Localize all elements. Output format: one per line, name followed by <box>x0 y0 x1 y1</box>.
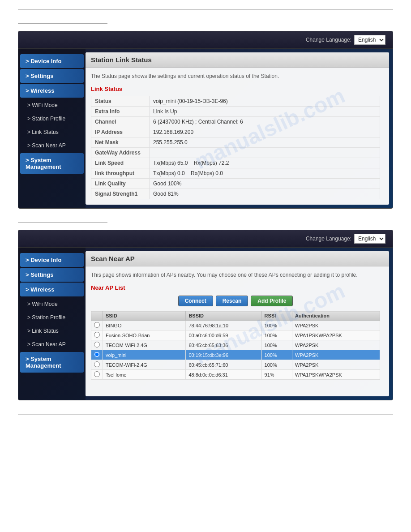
panel-2-content: Scan Near AP This page shows information… <box>86 251 389 396</box>
ap-radio[interactable] <box>94 332 100 338</box>
sidebar-item-wireless[interactable]: > Wireless <box>20 84 84 98</box>
panel-1-content: Station Link Status The Status page show… <box>86 52 389 205</box>
ap-auth: WPA2PSK <box>292 350 380 360</box>
ap-ssid: voip_mini <box>103 350 186 360</box>
row-value: 6 (2437000 KHz) ; Central Channel: 6 <box>150 117 380 127</box>
sub-rule-1 <box>18 23 107 24</box>
panel-2-sidebar: > Device Info > Settings > Wireless > Wi… <box>18 248 86 400</box>
sidebar-item-device-info-2[interactable]: > Device Info <box>20 253 84 267</box>
panel-1: Change Language: English > Device Info >… <box>18 31 393 209</box>
sidebar-item-wifi-mode-2[interactable]: > WiFi Mode <box>18 297 86 311</box>
sidebar-item-wireless-2[interactable]: > Wireless <box>20 283 84 296</box>
ap-bssid: 60:45:cb:65:63:36 <box>186 340 261 350</box>
add-profile-button[interactable]: Add Profile <box>251 296 293 306</box>
sidebar-item-scan-near-ap-2[interactable]: > Scan Near AP <box>18 338 86 351</box>
col-radio <box>91 311 103 321</box>
ap-row: TECOM-WiFi-2.4G 60:45:cb:65:63:36 100% W… <box>91 340 380 350</box>
ap-rssi: 100% <box>261 350 292 360</box>
ap-rssi: 100% <box>261 321 292 330</box>
row-value: 255.255.255.0 <box>150 137 380 148</box>
sidebar-item-scan-near-ap[interactable]: > Scan Near AP <box>18 139 86 152</box>
sidebar-item-system-management-2[interactable]: > System Management <box>20 352 84 373</box>
sidebar-station-profile-label: > Station Profile <box>27 116 65 122</box>
panel-1-content-inner: Station Link Status The Status page show… <box>86 52 389 205</box>
row-label: GateWay Address <box>91 148 150 158</box>
ap-radio[interactable] <box>94 322 100 328</box>
table-row: Channel 6 (2437000 KHz) ; Central Channe… <box>91 117 380 127</box>
sidebar-wifi-mode-label: > WiFi Mode <box>27 102 58 108</box>
ap-row-radio <box>91 340 103 350</box>
ap-radio[interactable] <box>94 352 100 357</box>
ap-rssi: 100% <box>261 360 292 370</box>
sidebar-wifi-mode-2-label: > WiFi Mode <box>27 301 58 307</box>
change-language-label-1: Change Language: <box>306 37 351 43</box>
sidebar-scan-near-ap-2-label: > Scan Near AP <box>27 341 66 348</box>
ap-row: BINGO 78:44:76:98:1a:10 100% WPA2PSK <box>91 321 380 330</box>
ap-radio[interactable] <box>94 371 100 377</box>
panel-1-header: Change Language: English <box>18 31 393 49</box>
sidebar-device-info-2-label: > Device Info <box>26 257 62 263</box>
panel-2-header: Change Language: English <box>18 230 393 248</box>
row-label: Channel <box>91 117 150 127</box>
sidebar-item-settings-2[interactable]: > Settings <box>20 268 84 282</box>
sidebar-item-link-status-2[interactable]: > Link Status <box>18 324 86 338</box>
table-row: Link Speed Tx(Mbps) 65.0 Rx(Mbps) 72.2 <box>91 158 380 168</box>
row-label: Link Speed <box>91 158 150 168</box>
table-row: GateWay Address <box>91 148 380 158</box>
ap-bssid: 60:45:cb:65:71:60 <box>186 360 261 370</box>
sidebar-item-wifi-mode[interactable]: > WiFi Mode <box>18 99 86 112</box>
ap-radio[interactable] <box>94 361 100 367</box>
ap-bssid: 78:44:76:98:1a:10 <box>186 321 261 330</box>
connect-button[interactable]: Connect <box>178 296 213 306</box>
sidebar-item-device-info[interactable]: > Device Info <box>20 54 84 68</box>
sidebar-station-profile-2-label: > Station Profile <box>27 314 65 321</box>
sidebar-settings-label: > Settings <box>26 73 54 79</box>
sidebar-item-station-profile[interactable]: > Station Profile <box>18 112 86 125</box>
table-row: Link Quality Good 100% <box>91 179 380 189</box>
table-row: link throughput Tx(Mbps) 0.0 Rx(Mbps) 0.… <box>91 168 380 179</box>
section-title-2: Scan Near AP <box>86 251 389 266</box>
section-desc-1: The Status page shows the settings and c… <box>91 72 380 80</box>
row-value: 192.168.169.200 <box>150 127 380 137</box>
ap-ssid: TECOM-WiFi-2.4G <box>103 360 186 370</box>
link-status-table: Status voip_mini (00-19-15-DB-3E-96) Ext… <box>91 96 380 199</box>
row-label: Signal Strength1 <box>91 189 150 199</box>
ap-button-row: Connect Rescan Add Profile <box>91 296 380 306</box>
ap-rssi: 100% <box>261 330 292 340</box>
sidebar-link-status-2-label: > Link Status <box>27 328 59 334</box>
change-language-label-2: Change Language: <box>306 236 351 242</box>
rescan-button[interactable]: Rescan <box>216 296 248 306</box>
language-select-2[interactable]: English <box>354 234 385 244</box>
link-status-heading: Link Status <box>91 86 380 92</box>
bottom-rule <box>18 414 393 415</box>
row-label: link throughput <box>91 168 150 179</box>
ap-auth: WPA2PSK <box>292 321 380 330</box>
table-row: Status voip_mini (00-19-15-DB-3E-96) <box>91 96 380 107</box>
row-value: Good 81% <box>150 189 380 199</box>
language-select-1[interactable]: English <box>354 35 385 45</box>
ap-row: TseHome 48:8d:0c:0c:d6:31 91% WPA1PSKWPA… <box>91 370 380 380</box>
sidebar-item-system-management[interactable]: > System Management <box>20 153 84 174</box>
sidebar-item-station-profile-2[interactable]: > Station Profile <box>18 311 86 324</box>
panel-1-body: > Device Info > Settings > Wireless > Wi… <box>18 49 393 208</box>
row-label: Net Mask <box>91 137 150 148</box>
sidebar-wireless-label: > Wireless <box>26 87 55 94</box>
section-desc-2: This page shows information of APs nearb… <box>91 271 380 279</box>
row-value: Link Is Up <box>150 107 380 117</box>
panel-2: Change Language: English > Device Info >… <box>18 230 393 400</box>
row-value: Good 100% <box>150 179 380 189</box>
sidebar-settings-2-label: > Settings <box>26 271 54 278</box>
ap-row-radio <box>91 350 103 360</box>
sidebar-item-link-status[interactable]: > Link Status <box>18 125 86 139</box>
sidebar-system-mgmt-label: > System Management <box>26 157 61 170</box>
sidebar-system-mgmt-2-label: > System Management <box>26 356 61 369</box>
ap-rssi: 91% <box>261 370 292 380</box>
ap-row-radio <box>91 370 103 380</box>
col-auth: Authentication <box>292 311 380 321</box>
row-label: Link Quality <box>91 179 150 189</box>
ap-radio[interactable] <box>94 342 100 348</box>
sidebar-device-info-label: > Device Info <box>26 58 62 64</box>
ap-ssid: BINGO <box>103 321 186 330</box>
row-value: Tx(Mbps) 0.0 Rx(Mbps) 0.0 <box>150 168 380 179</box>
sidebar-item-settings[interactable]: > Settings <box>20 69 84 83</box>
